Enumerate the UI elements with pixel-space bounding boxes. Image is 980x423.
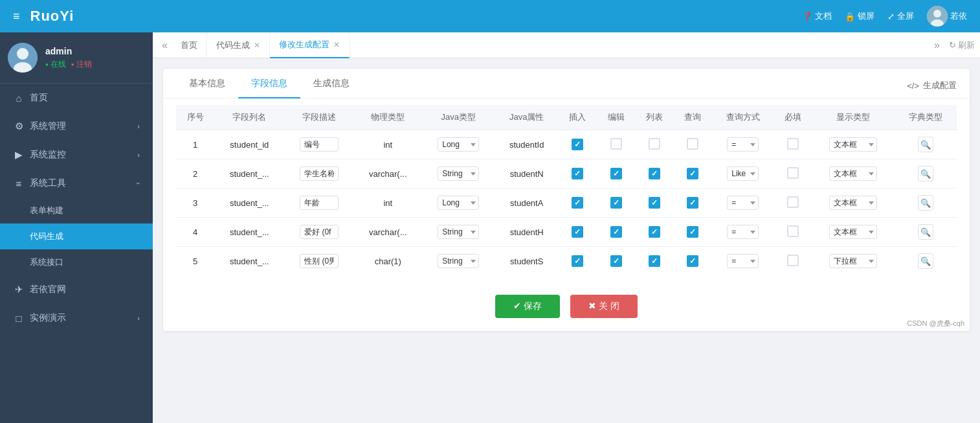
cell-required[interactable]	[774, 189, 812, 218]
checkbox[interactable]	[610, 255, 622, 267]
display-type-select[interactable]: 文本框下拉框单选框复选框文本域图片上传文件上传富文本	[829, 166, 877, 181]
java-type-select[interactable]: Long String Integer Date	[438, 225, 479, 239]
cell-edit[interactable]	[597, 247, 635, 276]
display-type-select[interactable]: 文本框下拉框单选框复选框文本域图片上传文件上传富文本	[829, 196, 877, 210]
query-mode-select[interactable]: =Like!=>>=<<=	[727, 254, 759, 268]
query-mode-select[interactable]: =Like!=>>=<<=	[727, 225, 759, 239]
checkbox[interactable]	[610, 138, 622, 150]
cell-query-mode[interactable]: =Like!=>>=<<=	[712, 189, 774, 218]
cell-query[interactable]	[674, 189, 712, 218]
col-desc-input[interactable]	[300, 137, 339, 152]
checkbox[interactable]	[649, 226, 660, 238]
cell-dict-type[interactable]: 🔍	[895, 189, 957, 218]
tab-field-info[interactable]: 字段信息	[238, 69, 300, 98]
cell-required[interactable]	[774, 247, 812, 276]
nav-user[interactable]: 若依	[927, 6, 967, 27]
cell-edit[interactable]	[597, 159, 635, 189]
cell-java-type[interactable]: Long String Integer Date	[422, 189, 495, 218]
dict-search-button[interactable]: 🔍	[918, 224, 933, 240]
sidebar-item-monitor[interactable]: ▶ 系统监控 ›	[0, 141, 153, 169]
hamburger-icon[interactable]: ≡	[13, 10, 20, 23]
cell-display-type[interactable]: 文本框下拉框单选框复选框文本域图片上传文件上传富文本	[812, 159, 895, 189]
checkbox[interactable]	[787, 196, 799, 208]
tab-codegen[interactable]: 代码生成 ✕	[207, 32, 270, 58]
checkbox[interactable]	[787, 255, 799, 266]
cell-insert[interactable]	[559, 189, 597, 218]
checkbox[interactable]	[787, 225, 799, 237]
java-type-select[interactable]: Long String Integer Date	[438, 254, 479, 268]
cell-query[interactable]	[674, 130, 712, 159]
save-button[interactable]: ✔ 保存	[495, 295, 560, 318]
cell-display-type[interactable]: 文本框下拉框单选框复选框文本域图片上传文件上传富文本	[812, 189, 895, 218]
cell-dict-type[interactable]: 🔍	[895, 218, 957, 247]
checkbox[interactable]	[610, 197, 622, 209]
checkbox[interactable]	[687, 138, 698, 150]
cell-query[interactable]	[674, 159, 712, 189]
cell-query-mode[interactable]: =Like!=>>=<<=	[712, 130, 774, 159]
cell-edit[interactable]	[597, 218, 635, 247]
cell-list[interactable]	[635, 189, 673, 218]
cell-col-desc[interactable]	[284, 130, 353, 159]
cell-dict-type[interactable]: 🔍	[895, 159, 957, 189]
cell-list[interactable]	[635, 247, 673, 276]
cell-java-type[interactable]: Long String Integer Date	[422, 218, 495, 247]
cell-query-mode[interactable]: =Like!=>>=<<=	[712, 218, 774, 247]
checkbox[interactable]	[572, 168, 583, 179]
cell-dict-type[interactable]: 🔍	[895, 247, 957, 276]
checkbox[interactable]	[610, 226, 622, 238]
col-desc-input[interactable]	[300, 166, 339, 181]
refresh-button[interactable]: ↻ 刷新	[949, 40, 975, 51]
checkbox[interactable]	[687, 168, 698, 179]
tab-basic-info[interactable]: 基本信息	[176, 69, 238, 98]
checkbox[interactable]	[649, 138, 660, 150]
checkbox[interactable]	[787, 167, 799, 179]
cell-query-mode[interactable]: =Like!=>>=<<=	[712, 159, 774, 189]
cell-col-desc[interactable]	[284, 218, 353, 247]
checkbox[interactable]	[687, 226, 698, 238]
sidebar-item-home[interactable]: ⌂ 首页	[0, 84, 153, 112]
display-type-select[interactable]: 文本框下拉框单选框复选框文本域图片上传文件上传富文本	[829, 225, 877, 239]
checkbox[interactable]	[572, 226, 583, 238]
cell-list[interactable]	[635, 159, 673, 189]
nav-doc[interactable]: ❓ 文档	[802, 10, 832, 22]
java-type-select[interactable]: Long String Integer Date	[438, 137, 479, 152]
tab-nav-left[interactable]: «	[158, 40, 172, 51]
cell-required[interactable]	[774, 218, 812, 247]
cell-col-desc[interactable]	[284, 189, 353, 218]
query-mode-select[interactable]: =Like!=>>=<<=	[727, 166, 759, 181]
tab-gen-info[interactable]: 生成信息	[300, 69, 362, 98]
cell-required[interactable]	[774, 159, 812, 189]
checkbox[interactable]	[572, 139, 583, 150]
cell-col-desc[interactable]	[284, 247, 353, 276]
cell-list[interactable]	[635, 130, 673, 159]
checkbox[interactable]	[649, 197, 660, 209]
cell-display-type[interactable]: 文本框下拉框单选框复选框文本域图片上传文件上传富文本	[812, 247, 895, 276]
cell-insert[interactable]	[559, 159, 597, 189]
cell-col-desc[interactable]	[284, 159, 353, 189]
query-mode-select[interactable]: =Like!=>>=<<=	[727, 196, 759, 210]
checkbox[interactable]	[649, 168, 660, 179]
sidebar-item-code-gen[interactable]: 代码生成	[0, 223, 153, 249]
tab-editconfig-close[interactable]: ✕	[333, 40, 340, 49]
cell-dict-type[interactable]: 🔍	[895, 130, 957, 159]
cell-query[interactable]	[674, 218, 712, 247]
checkbox[interactable]	[572, 255, 583, 267]
checkbox[interactable]	[787, 138, 799, 150]
cell-display-type[interactable]: 文本框下拉框单选框复选框文本域图片上传文件上传富文本	[812, 218, 895, 247]
sidebar-item-form-builder[interactable]: 表单构建	[0, 198, 153, 223]
checkbox[interactable]	[610, 168, 622, 179]
checkbox[interactable]	[687, 255, 698, 267]
sidebar-item-ruoyi[interactable]: ✈ 若依官网	[0, 275, 153, 304]
tab-home[interactable]: 首页	[172, 32, 207, 58]
cell-edit[interactable]	[597, 189, 635, 218]
cell-query[interactable]	[674, 247, 712, 276]
cell-edit[interactable]	[597, 130, 635, 159]
dict-search-button[interactable]: 🔍	[918, 166, 933, 181]
sidebar-item-demo[interactable]: □ 实例演示 ›	[0, 304, 153, 332]
display-type-select[interactable]: 文本框下拉框单选框复选框文本域图片上传文件上传富文本	[829, 137, 877, 152]
cell-list[interactable]	[635, 218, 673, 247]
dict-search-button[interactable]: 🔍	[918, 195, 933, 211]
col-desc-input[interactable]	[300, 225, 339, 239]
checkbox[interactable]	[687, 197, 698, 209]
close-button[interactable]: ✖ 关 闭	[570, 295, 638, 318]
